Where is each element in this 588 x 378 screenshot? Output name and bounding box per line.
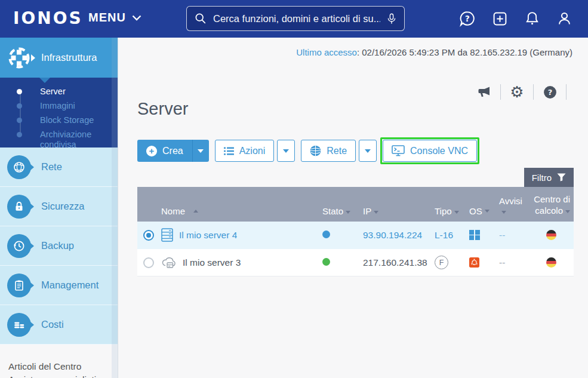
toolbar: + Crea Azioni bbox=[137, 140, 477, 162]
sort-icon bbox=[501, 211, 506, 214]
azioni-button[interactable]: Azioni bbox=[215, 140, 275, 162]
sidebar-item-costi[interactable]: Costi bbox=[0, 305, 118, 345]
sidebar-submenu: Server Immagini Block Storage Archiviazi… bbox=[0, 78, 118, 147]
main-content: Ultimo accesso: 02/16/2026 5:49:23 PM da… bbox=[118, 38, 588, 378]
ionos-logo[interactable]: IONOS bbox=[13, 8, 83, 28]
sidebar-item-backup[interactable]: Backup bbox=[0, 226, 118, 266]
sort-icon bbox=[454, 211, 459, 214]
notifications-bell-icon bbox=[524, 10, 540, 27]
cloud-server-icon bbox=[161, 256, 177, 269]
filtro-button[interactable]: Filtro bbox=[524, 168, 574, 187]
crea-button-group: + Crea bbox=[137, 140, 209, 162]
menu-button[interactable]: MENU bbox=[88, 11, 141, 24]
last-access-link[interactable]: Ultimo accesso bbox=[296, 47, 357, 57]
header-label: IP bbox=[363, 206, 371, 216]
rete-label: Rete bbox=[327, 146, 347, 156]
server-tipo: L-16 bbox=[429, 230, 463, 241]
account-user-icon bbox=[556, 10, 572, 27]
server-avvisi: -- bbox=[492, 257, 529, 268]
plus-circle-icon: + bbox=[146, 146, 157, 156]
sort-icon bbox=[374, 211, 378, 214]
flex-type-icon: F bbox=[435, 256, 448, 269]
header-label: Nome bbox=[161, 206, 185, 216]
sidebar: Infrastruttura Server Immagini Block Sto… bbox=[0, 38, 118, 378]
last-access-value: : 02/16/2026 5:49:23 PM da 82.165.232.19… bbox=[357, 47, 572, 57]
header-avvisi[interactable]: Avvisi bbox=[492, 196, 529, 216]
server-ip: 217.160.241.38 bbox=[357, 257, 429, 268]
germany-flag-icon bbox=[546, 230, 556, 240]
help-chat-button[interactable]: ? bbox=[459, 10, 476, 27]
server-ip: 93.90.194.224 bbox=[357, 230, 429, 241]
page-title: Server bbox=[137, 99, 188, 119]
header-stato[interactable]: Stato bbox=[316, 206, 357, 216]
header-tipo[interactable]: Tipo bbox=[429, 206, 463, 216]
sidebar-subitem-immagini[interactable]: Immagini bbox=[0, 101, 118, 111]
header-label: Centro di calcolo bbox=[534, 194, 570, 216]
funnel-icon bbox=[557, 173, 566, 182]
row-radio-unselected[interactable] bbox=[143, 257, 154, 268]
add-button[interactable] bbox=[491, 10, 508, 27]
bullet-icon bbox=[17, 118, 22, 123]
lock-icon bbox=[7, 195, 31, 219]
server-rack-icon bbox=[161, 228, 173, 242]
subitem-label: Server bbox=[40, 87, 66, 97]
ionos-app: IONOS MENU ? bbox=[0, 0, 588, 378]
network-globe-icon bbox=[7, 155, 31, 179]
status-dot bbox=[322, 231, 330, 238]
svg-text:?: ? bbox=[547, 88, 552, 97]
help-button[interactable]: ? bbox=[541, 85, 559, 100]
page-action-icons: ⚙ ? bbox=[475, 83, 574, 101]
crea-dropdown-button[interactable] bbox=[192, 140, 209, 162]
submenu-connector-line bbox=[20, 94, 21, 133]
caret-down-icon bbox=[283, 149, 289, 153]
status-dot bbox=[322, 258, 330, 266]
sidebar-item-rete[interactable]: Rete bbox=[0, 147, 118, 187]
menu-label: MENU bbox=[88, 11, 126, 24]
sidebar-item-management[interactable]: Management bbox=[0, 266, 118, 305]
coins-icon bbox=[7, 313, 31, 337]
header-label: Avvisi bbox=[499, 196, 522, 206]
search-input[interactable] bbox=[212, 13, 381, 25]
announcements-button[interactable] bbox=[475, 85, 493, 99]
console-vnc-label: Console VNC bbox=[410, 146, 468, 156]
sidebar-subitem-archiviazione-condivisa[interactable]: Archiviazione condivisa bbox=[0, 130, 118, 150]
topbar: IONOS MENU ? bbox=[0, 0, 588, 38]
sort-icon bbox=[485, 210, 490, 213]
sidebar-scrollbar[interactable] bbox=[112, 38, 118, 378]
sidebar-item-label: Backup bbox=[41, 240, 74, 251]
sidebar-item-infrastruttura[interactable]: Infrastruttura bbox=[0, 38, 118, 78]
server-name-link[interactable]: Il mio server 3 bbox=[183, 257, 241, 268]
header-centro-di-calcolo[interactable]: Centro di calcolo bbox=[529, 193, 574, 216]
table-row[interactable]: Il mio server 4 93.90.194.224 L-16 -- bbox=[137, 222, 574, 249]
infrastructure-icon bbox=[5, 44, 33, 72]
microphone-icon[interactable] bbox=[386, 12, 397, 26]
header-nome[interactable]: Nome bbox=[160, 206, 316, 216]
rete-dropdown-button[interactable] bbox=[359, 140, 377, 162]
azioni-dropdown-button[interactable] bbox=[277, 140, 295, 162]
header-os[interactable]: OS bbox=[463, 206, 492, 216]
azioni-label: Azioni bbox=[239, 146, 266, 156]
settings-button[interactable]: ⚙ bbox=[508, 84, 526, 100]
filtro-label: Filtro bbox=[532, 173, 552, 183]
sidebar-item-sicurezza[interactable]: Sicurezza bbox=[0, 187, 118, 226]
sidebar-item-label: Costi bbox=[41, 319, 64, 330]
rete-button-group: Rete bbox=[301, 140, 377, 162]
sidebar-subitem-server[interactable]: Server bbox=[0, 87, 118, 97]
crea-label: Crea bbox=[162, 146, 183, 156]
table-header-row: Nome Stato IP Tipo OS Avvisi bbox=[137, 187, 574, 222]
table-row[interactable]: Il mio server 3 217.160.241.38 F bbox=[137, 249, 574, 276]
notifications-button[interactable] bbox=[524, 10, 540, 27]
sidebar-subitem-block-storage[interactable]: Block Storage bbox=[0, 115, 118, 125]
svg-text:?: ? bbox=[465, 14, 470, 23]
rete-button[interactable]: Rete bbox=[301, 140, 356, 162]
topbar-icons: ? bbox=[459, 10, 572, 27]
help-circle-icon: ? bbox=[543, 85, 558, 100]
header-ip[interactable]: IP bbox=[357, 206, 429, 216]
account-button[interactable] bbox=[556, 10, 572, 27]
server-name-link[interactable]: Il mio server 4 bbox=[179, 230, 237, 241]
console-vnc-button[interactable]: Console VNC bbox=[383, 140, 477, 162]
row-radio-selected[interactable] bbox=[143, 230, 154, 241]
crea-button[interactable]: + Crea bbox=[137, 140, 192, 162]
megaphone-icon bbox=[476, 85, 492, 99]
backup-clock-icon bbox=[7, 234, 31, 258]
